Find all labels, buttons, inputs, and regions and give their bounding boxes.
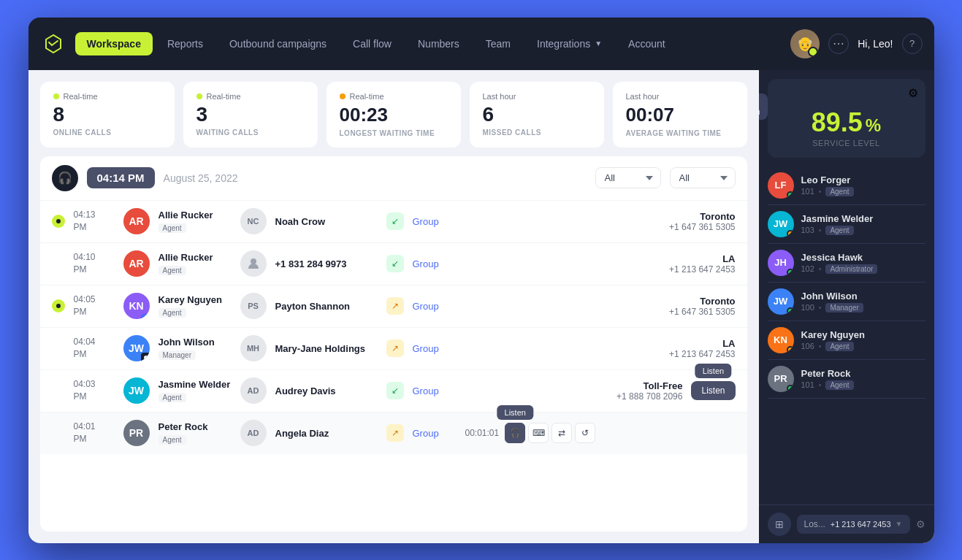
call-time: 04:03PM — [74, 378, 115, 403]
agent-status-dot — [787, 346, 794, 353]
agent-role: Agent — [159, 393, 186, 402]
agent-row-meta: 102 • Administrator — [801, 264, 925, 274]
current-date: August 25, 2022 — [164, 172, 238, 184]
bottom-bar: ⊞ Los... +1 213 647 2453 ▼ ⚙ — [759, 505, 934, 543]
stat-longest-waiting: Real-time 00:23 LONGEST WAITING TIME — [327, 82, 461, 147]
agent-list-row: JW John Wilson 100 • Manager — [768, 283, 925, 321]
agent-role: Agent — [159, 223, 186, 233]
call-group: Group — [413, 301, 457, 312]
left-panel: Real-time 8 ONLINE CALLS Real-time 3 WAI… — [28, 70, 759, 543]
nav-reports[interactable]: Reports — [156, 32, 215, 55]
nav-outbound-campaigns[interactable]: Outbound campaigns — [218, 32, 338, 55]
agent-role: Agent — [159, 435, 186, 445]
agent-role-badge: Administrator — [825, 264, 877, 274]
nav-call-flow[interactable]: Call flow — [341, 32, 403, 55]
online-calls-value: 8 — [53, 104, 161, 126]
filter-select-2[interactable]: All — [670, 167, 736, 188]
waiting-calls-label: WAITING CALLS — [196, 129, 305, 137]
agent-role-badge: Agent — [825, 226, 853, 235]
grid-button[interactable]: ⊞ — [768, 513, 791, 536]
stat-realtime-label: Real-time — [64, 92, 98, 101]
agent-list-row: JW Jasmine Welder 103 • Agent — [768, 205, 925, 244]
separator: • — [819, 342, 822, 350]
agent-avatar: AR — [123, 208, 150, 234]
online-calls-label: ONLINE CALLS — [53, 129, 161, 137]
location-name: LA — [465, 338, 736, 349]
longest-wait-value: 00:23 — [340, 104, 448, 126]
agent-avatar-img: PR — [123, 420, 150, 446]
agent-info: Karey Nguyen Agent — [159, 294, 232, 318]
hangup-button[interactable]: ↺ — [575, 423, 595, 443]
agent-row-meta: 101 • Agent — [801, 380, 925, 390]
svg-point-0 — [56, 219, 61, 223]
agent-list-row: JH Jessica Hawk 102 • Administrator — [768, 244, 925, 283]
location-phone: +1 888 708 2096 — [465, 391, 683, 402]
agents-list: LF Leo Forger 101 • Agent JW Jasmine Wel… — [759, 166, 934, 505]
location-name: Toll-Free — [465, 380, 683, 391]
service-level-label: SERVICE LEVEL — [812, 139, 880, 147]
agent-info: Allie Rucker Agent — [159, 210, 232, 234]
agent-avatar: JW — [123, 335, 150, 361]
agent-status-dot — [787, 269, 794, 276]
separator: • — [819, 265, 822, 273]
recording-icon — [141, 353, 150, 361]
caller-info: Noah Crow — [275, 216, 378, 227]
agent-name: Jasmine Welder — [159, 379, 232, 390]
service-percent-value: 89.5 — [812, 110, 863, 136]
agent-row-avatar: PR — [768, 366, 794, 392]
nav-numbers[interactable]: Numbers — [406, 32, 471, 55]
chevron-down-icon: ▼ — [896, 520, 903, 528]
agent-name: John Wilson — [159, 337, 232, 348]
agent-status-dot — [787, 230, 794, 237]
agent-ext: 106 — [801, 342, 814, 350]
listen-ctrl-button[interactable]: 🎧 — [505, 423, 525, 443]
separator: • — [819, 188, 822, 196]
caller-info: Angela Diaz — [275, 428, 378, 439]
bottom-gear-button[interactable]: ⚙ — [916, 518, 925, 530]
agent-role: Agent — [159, 308, 186, 318]
filter-select-1[interactable]: All — [595, 167, 661, 188]
agent-role-badge: Agent — [825, 187, 853, 196]
help-button[interactable]: ? — [902, 34, 923, 54]
call-direction-incoming: ↙ — [386, 212, 404, 230]
user-avatar[interactable]: 👴 — [790, 29, 820, 58]
service-time-button[interactable]: 5 min — [759, 93, 768, 120]
call-row: 04:10PM AR Allie Rucker Agent +1 831 2 — [40, 242, 747, 285]
stat-online-calls: Real-time 8 ONLINE CALLS — [40, 82, 175, 147]
keypad-button[interactable]: ⌨ — [528, 423, 549, 443]
agent-count-badge: +2 — [141, 314, 149, 319]
table-header: 🎧 04:14 PM August 25, 2022 All All — [40, 156, 747, 200]
agent-row-name: Leo Forger — [801, 174, 925, 185]
caller-name: Mary-Jane Holdings — [275, 343, 378, 354]
agent-name: Allie Rucker — [159, 210, 232, 220]
stat-realtime-label2: Real-time — [207, 92, 241, 101]
nav-integrations[interactable]: Integrations ▼ — [525, 32, 614, 55]
headset-button[interactable]: 🎧 — [52, 165, 78, 191]
call-location: LA +1 213 647 2453 — [465, 338, 736, 359]
agent-avatar: AR — [123, 250, 150, 277]
transfer-button[interactable]: ⇄ — [551, 423, 572, 443]
waiting-calls-value: 3 — [196, 104, 305, 126]
stat-avg-wait: Last hour 00:07 AVERAGE WAITING TIME — [613, 82, 747, 147]
call-direction-outgoing: ↗ — [386, 297, 404, 315]
nav-account[interactable]: Account — [616, 32, 677, 55]
caller-avatar: AD — [240, 377, 267, 404]
agent-row-info: Jasmine Welder 103 • Agent — [801, 213, 925, 235]
call-row: 04:13PM AR Allie Rucker Agent NC Noah Cr… — [40, 200, 747, 242]
service-gear-btn[interactable]: ⚙ — [908, 86, 918, 100]
listen-button[interactable]: Listen — [691, 381, 735, 400]
status-text: Los... — [804, 519, 826, 529]
nav-right: 👴 ⋯ Hi, Leo! ? — [790, 29, 922, 58]
agent-info: John Wilson Manager — [159, 337, 232, 361]
nav-workspace[interactable]: Workspace — [75, 32, 153, 55]
caller-avatar: MH — [240, 335, 267, 361]
agent-avatar: JW — [123, 377, 150, 404]
service-percent-row: 89.5 % — [812, 110, 881, 136]
avg-wait-value: 00:07 — [626, 104, 734, 126]
nav-team[interactable]: Team — [474, 32, 522, 55]
realtime-dot2 — [196, 93, 202, 99]
agent-role-badge: Agent — [825, 342, 853, 351]
right-panel: 5 min ⚙ 89.5 % SERVICE LEVEL LF — [759, 70, 934, 543]
status-phone: +1 213 647 2453 — [831, 520, 891, 529]
options-button[interactable]: ⋯ — [828, 34, 849, 54]
